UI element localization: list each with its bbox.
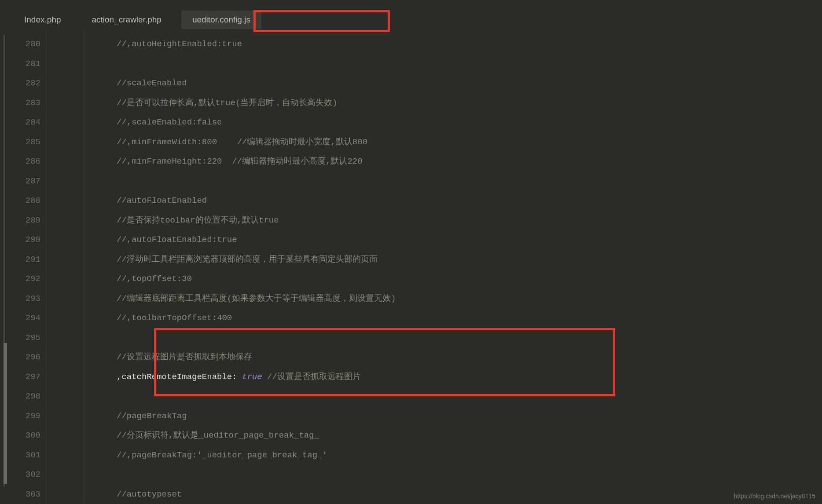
code-line[interactable]: //分页标识符,默认是_ueditor_page_break_tag_ (46, 426, 822, 446)
code-line[interactable]: //编辑器底部距离工具栏高度(如果参数大于等于编辑器高度，则设置无效) (46, 289, 822, 309)
code-line[interactable] (46, 54, 822, 74)
code-segment: //浮动时工具栏距离浏览器顶部的高度，用于某些具有固定头部的页面 (117, 255, 378, 264)
tab-ueditor-config-js[interactable]: ueditor.config.js (181, 11, 261, 29)
editor-container: Index.php action_crawler.php ueditor.con… (0, 0, 822, 504)
line-number: 282 (0, 73, 46, 93)
code-segment: //,topOffset:30 (117, 274, 192, 284)
line-number: 286 (0, 152, 46, 172)
code-line[interactable] (46, 465, 822, 485)
code-segment: //设置是否抓取远程图片 (262, 372, 361, 382)
code-segment: //scaleEnabled (117, 78, 187, 88)
code-area: 2802812822832842852862872882892902912922… (0, 29, 822, 504)
code-segment: //编辑器底部距离工具栏高度(如果参数大于等于编辑器高度，则设置无效) (117, 294, 396, 303)
code-segment: //,autoFloatEnabled:true (117, 235, 237, 245)
line-number: 291 (0, 250, 46, 270)
code-segment: //,pageBreakTag:'_ueditor_page_break_tag… (117, 450, 327, 460)
code-segment: //是否可以拉伸长高,默认true(当开启时，自动长高失效) (117, 98, 338, 108)
line-number: 280 (0, 34, 46, 54)
code-line[interactable]: //,minFrameHeight:220 //编辑器拖动时最小高度,默认220 (46, 152, 822, 172)
code-line[interactable]: //,minFrameWidth:800 //编辑器拖动时最小宽度,默认800 (46, 132, 822, 152)
line-number: 287 (0, 172, 46, 191)
code-line[interactable] (46, 387, 822, 406)
line-number: 281 (0, 54, 46, 74)
line-number: 288 (0, 191, 46, 211)
code-line[interactable]: //,topOffset:30 (46, 269, 822, 289)
code-segment: //pageBreakTag (117, 411, 187, 421)
code-line[interactable]: ,catchRemoteImageEnable: true //设置是否抓取远程… (46, 367, 822, 387)
code-segment: //,scaleEnabled:false (117, 117, 222, 127)
line-number: 294 (0, 308, 46, 328)
code-line[interactable]: //autotypeset (46, 485, 822, 504)
code-segment: //是否保持toolbar的位置不动,默认true (117, 215, 279, 225)
code-line[interactable] (46, 328, 822, 348)
code-line[interactable]: //,autoHeightEnabled:true (46, 34, 822, 54)
code-segment: //,autoHeightEnabled:true (117, 39, 242, 49)
tab-action-crawler-php[interactable]: action_crawler.php (81, 11, 172, 29)
code-line[interactable]: //浮动时工具栏距离浏览器顶部的高度，用于某些具有固定头部的页面 (46, 250, 822, 270)
line-number: 290 (0, 230, 46, 250)
line-number: 289 (0, 211, 46, 230)
line-number: 283 (0, 93, 46, 113)
code-line[interactable]: //设置远程图片是否抓取到本地保存 (46, 347, 822, 367)
tab-bar: Index.php action_crawler.php ueditor.con… (0, 0, 822, 29)
line-number: 293 (0, 289, 46, 309)
code-segment: true (242, 372, 262, 382)
code-line[interactable]: //,toolbarTopOffset:400 (46, 308, 822, 328)
code-segment: //分页标识符,默认是_ueditor_page_break_tag_ (117, 431, 319, 440)
code-segment: //,toolbarTopOffset:400 (117, 313, 232, 323)
tab-index-php[interactable]: Index.php (13, 11, 72, 29)
code-line[interactable]: //是否保持toolbar的位置不动,默认true (46, 211, 822, 230)
code-segment: //autotypeset (117, 489, 182, 499)
code-line[interactable]: //scaleEnabled (46, 73, 822, 93)
code-line[interactable]: //是否可以拉伸长高,默认true(当开启时，自动长高失效) (46, 93, 822, 113)
code-segment: ,catchRemoteImageEnable: (117, 372, 242, 382)
code-line[interactable] (46, 172, 822, 191)
code-segment: //设置远程图片是否抓取到本地保存 (117, 352, 252, 362)
line-number: 303 (0, 485, 46, 504)
line-number: 292 (0, 269, 46, 289)
code-line[interactable]: //autoFloatEnabled (46, 191, 822, 211)
code-segment: //autoFloatEnabled (117, 196, 207, 205)
code-segment: //,minFrameWidth:800 //编辑器拖动时最小宽度,默认800 (117, 137, 367, 147)
scrollbar-thumb[interactable] (4, 343, 7, 484)
code-segment: //,minFrameHeight:220 //编辑器拖动时最小高度,默认220 (117, 157, 363, 166)
line-number: 285 (0, 132, 46, 152)
code-line[interactable]: //,pageBreakTag:'_ueditor_page_break_tag… (46, 446, 822, 465)
code-lines[interactable]: //,autoHeightEnabled:true//scaleEnabled/… (46, 29, 822, 504)
code-line[interactable]: //,scaleEnabled:false (46, 113, 822, 132)
code-line[interactable]: //,autoFloatEnabled:true (46, 230, 822, 250)
watermark-text: https://blog.csdn.net/jacy0115 (734, 493, 815, 500)
code-line[interactable]: //pageBreakTag (46, 406, 822, 426)
line-number: 284 (0, 113, 46, 132)
